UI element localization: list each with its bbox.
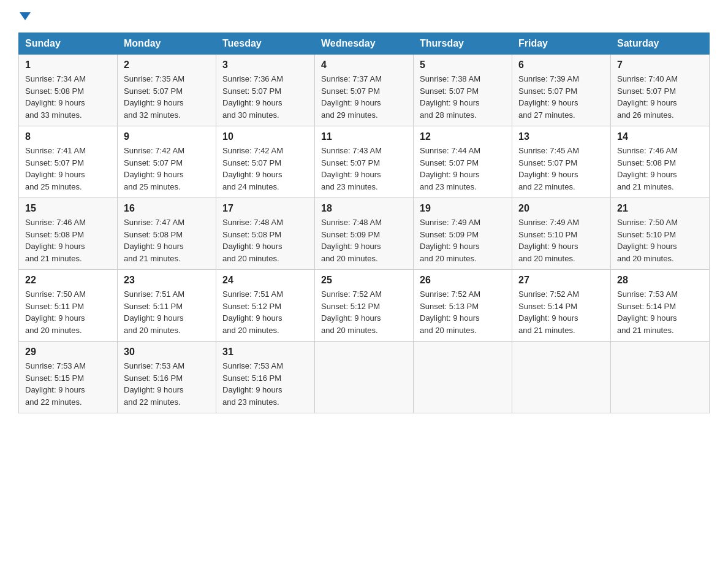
column-header-thursday: Thursday [414, 33, 512, 55]
day-number: 4 [321, 59, 407, 71]
day-info: Sunrise: 7:45 AM Sunset: 5:07 PM Dayligh… [518, 145, 604, 193]
calendar-cell: 12 Sunrise: 7:44 AM Sunset: 5:07 PM Dayl… [414, 126, 512, 198]
calendar-cell: 25 Sunrise: 7:52 AM Sunset: 5:12 PM Dayl… [315, 270, 414, 342]
day-number: 17 [222, 203, 308, 214]
day-number: 25 [321, 275, 407, 286]
calendar-cell: 20 Sunrise: 7:49 AM Sunset: 5:10 PM Dayl… [512, 198, 611, 270]
day-number: 15 [25, 203, 111, 214]
calendar-cell: 4 Sunrise: 7:37 AM Sunset: 5:07 PM Dayli… [315, 55, 414, 126]
day-number: 16 [124, 203, 210, 214]
calendar-cell: 31 Sunrise: 7:53 AM Sunset: 5:16 PM Dayl… [216, 342, 315, 413]
calendar-cell: 23 Sunrise: 7:51 AM Sunset: 5:11 PM Dayl… [118, 270, 216, 342]
calendar-week-row: 22 Sunrise: 7:50 AM Sunset: 5:11 PM Dayl… [19, 270, 710, 342]
day-number: 12 [420, 131, 506, 142]
day-number: 31 [222, 347, 308, 358]
day-number: 6 [518, 59, 604, 71]
day-info: Sunrise: 7:53 AM Sunset: 5:16 PM Dayligh… [222, 360, 308, 408]
calendar-cell: 15 Sunrise: 7:46 AM Sunset: 5:08 PM Dayl… [19, 198, 118, 270]
calendar-cell [512, 342, 611, 413]
calendar-cell: 13 Sunrise: 7:45 AM Sunset: 5:07 PM Dayl… [512, 126, 611, 198]
calendar-week-row: 1 Sunrise: 7:34 AM Sunset: 5:08 PM Dayli… [19, 55, 710, 126]
calendar-cell: 19 Sunrise: 7:49 AM Sunset: 5:09 PM Dayl… [414, 198, 512, 270]
calendar-week-row: 15 Sunrise: 7:46 AM Sunset: 5:08 PM Dayl… [19, 198, 710, 270]
calendar-cell: 9 Sunrise: 7:42 AM Sunset: 5:07 PM Dayli… [118, 126, 216, 198]
column-header-friday: Friday [512, 33, 611, 55]
day-info: Sunrise: 7:52 AM Sunset: 5:13 PM Dayligh… [420, 288, 506, 336]
calendar-cell: 24 Sunrise: 7:51 AM Sunset: 5:12 PM Dayl… [216, 270, 315, 342]
day-number: 19 [420, 203, 506, 214]
day-number: 14 [617, 131, 703, 142]
calendar-cell [315, 342, 414, 413]
day-info: Sunrise: 7:46 AM Sunset: 5:08 PM Dayligh… [617, 145, 703, 193]
calendar-cell: 6 Sunrise: 7:39 AM Sunset: 5:07 PM Dayli… [512, 55, 611, 126]
calendar-cell: 7 Sunrise: 7:40 AM Sunset: 5:07 PM Dayli… [611, 55, 710, 126]
calendar-cell: 29 Sunrise: 7:53 AM Sunset: 5:15 PM Dayl… [19, 342, 118, 413]
day-info: Sunrise: 7:43 AM Sunset: 5:07 PM Dayligh… [321, 145, 407, 193]
calendar-cell: 3 Sunrise: 7:36 AM Sunset: 5:07 PM Dayli… [216, 55, 315, 126]
day-number: 13 [518, 131, 604, 142]
day-number: 11 [321, 131, 407, 142]
calendar-cell: 22 Sunrise: 7:50 AM Sunset: 5:11 PM Dayl… [19, 270, 118, 342]
day-number: 7 [617, 59, 703, 71]
calendar-cell: 1 Sunrise: 7:34 AM Sunset: 5:08 PM Dayli… [19, 55, 118, 126]
column-header-tuesday: Tuesday [216, 33, 315, 55]
day-info: Sunrise: 7:41 AM Sunset: 5:07 PM Dayligh… [25, 145, 111, 193]
day-number: 9 [124, 131, 210, 142]
column-header-saturday: Saturday [611, 33, 710, 55]
calendar-cell: 27 Sunrise: 7:52 AM Sunset: 5:14 PM Dayl… [512, 270, 611, 342]
day-info: Sunrise: 7:53 AM Sunset: 5:14 PM Dayligh… [617, 288, 703, 336]
day-number: 10 [222, 131, 308, 142]
calendar-cell: 8 Sunrise: 7:41 AM Sunset: 5:07 PM Dayli… [19, 126, 118, 198]
day-number: 8 [25, 131, 111, 142]
calendar-cell: 14 Sunrise: 7:46 AM Sunset: 5:08 PM Dayl… [611, 126, 710, 198]
calendar-cell: 18 Sunrise: 7:48 AM Sunset: 5:09 PM Dayl… [315, 198, 414, 270]
day-info: Sunrise: 7:52 AM Sunset: 5:12 PM Dayligh… [321, 288, 407, 336]
day-info: Sunrise: 7:37 AM Sunset: 5:07 PM Dayligh… [321, 73, 407, 121]
day-info: Sunrise: 7:34 AM Sunset: 5:08 PM Dayligh… [25, 73, 111, 121]
page-header [18, 12, 710, 21]
day-info: Sunrise: 7:38 AM Sunset: 5:07 PM Dayligh… [420, 73, 506, 121]
calendar-cell: 26 Sunrise: 7:52 AM Sunset: 5:13 PM Dayl… [414, 270, 512, 342]
day-info: Sunrise: 7:46 AM Sunset: 5:08 PM Dayligh… [25, 216, 111, 264]
day-info: Sunrise: 7:53 AM Sunset: 5:16 PM Dayligh… [124, 360, 210, 408]
day-number: 23 [124, 275, 210, 286]
day-info: Sunrise: 7:50 AM Sunset: 5:10 PM Dayligh… [617, 216, 703, 264]
calendar-cell: 5 Sunrise: 7:38 AM Sunset: 5:07 PM Dayli… [414, 55, 512, 126]
logo [18, 12, 31, 21]
day-number: 24 [222, 275, 308, 286]
day-info: Sunrise: 7:52 AM Sunset: 5:14 PM Dayligh… [518, 288, 604, 336]
day-number: 28 [617, 275, 703, 286]
day-number: 27 [518, 275, 604, 286]
day-number: 29 [25, 347, 111, 358]
day-number: 21 [617, 203, 703, 214]
calendar-cell: 17 Sunrise: 7:48 AM Sunset: 5:08 PM Dayl… [216, 198, 315, 270]
day-info: Sunrise: 7:51 AM Sunset: 5:12 PM Dayligh… [222, 288, 308, 336]
day-info: Sunrise: 7:35 AM Sunset: 5:07 PM Dayligh… [124, 73, 210, 121]
calendar-cell: 11 Sunrise: 7:43 AM Sunset: 5:07 PM Dayl… [315, 126, 414, 198]
calendar-cell: 2 Sunrise: 7:35 AM Sunset: 5:07 PM Dayli… [118, 55, 216, 126]
day-info: Sunrise: 7:42 AM Sunset: 5:07 PM Dayligh… [222, 145, 308, 193]
day-info: Sunrise: 7:39 AM Sunset: 5:07 PM Dayligh… [518, 73, 604, 121]
calendar-cell [414, 342, 512, 413]
day-info: Sunrise: 7:50 AM Sunset: 5:11 PM Dayligh… [25, 288, 111, 336]
calendar-header-row: SundayMondayTuesdayWednesdayThursdayFrid… [19, 33, 710, 55]
calendar-table: SundayMondayTuesdayWednesdayThursdayFrid… [18, 33, 710, 413]
calendar-week-row: 29 Sunrise: 7:53 AM Sunset: 5:15 PM Dayl… [19, 342, 710, 413]
calendar-cell: 10 Sunrise: 7:42 AM Sunset: 5:07 PM Dayl… [216, 126, 315, 198]
day-info: Sunrise: 7:40 AM Sunset: 5:07 PM Dayligh… [617, 73, 703, 121]
day-info: Sunrise: 7:36 AM Sunset: 5:07 PM Dayligh… [222, 73, 308, 121]
day-info: Sunrise: 7:44 AM Sunset: 5:07 PM Dayligh… [420, 145, 506, 193]
calendar-week-row: 8 Sunrise: 7:41 AM Sunset: 5:07 PM Dayli… [19, 126, 710, 198]
day-info: Sunrise: 7:49 AM Sunset: 5:10 PM Dayligh… [518, 216, 604, 264]
calendar-cell: 30 Sunrise: 7:53 AM Sunset: 5:16 PM Dayl… [118, 342, 216, 413]
day-number: 22 [25, 275, 111, 286]
day-info: Sunrise: 7:42 AM Sunset: 5:07 PM Dayligh… [124, 145, 210, 193]
column-header-sunday: Sunday [19, 33, 118, 55]
day-number: 30 [124, 347, 210, 358]
calendar-cell: 16 Sunrise: 7:47 AM Sunset: 5:08 PM Dayl… [118, 198, 216, 270]
day-number: 20 [518, 203, 604, 214]
day-number: 3 [222, 59, 308, 71]
day-info: Sunrise: 7:47 AM Sunset: 5:08 PM Dayligh… [124, 216, 210, 264]
day-info: Sunrise: 7:49 AM Sunset: 5:09 PM Dayligh… [420, 216, 506, 264]
day-number: 2 [124, 59, 210, 71]
